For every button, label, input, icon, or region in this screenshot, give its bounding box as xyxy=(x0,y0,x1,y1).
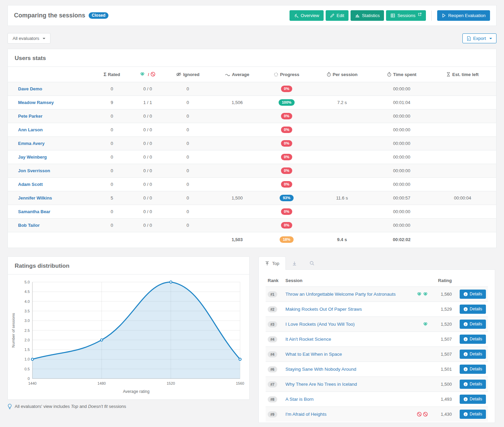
per-session-value: 7.2 s xyxy=(310,96,374,109)
session-link[interactable]: Making Rockets Out Of Paper Straws xyxy=(285,307,362,312)
sessions-button[interactable]: Sessions xyxy=(386,10,426,21)
user-link[interactable]: Dave Demo xyxy=(18,86,42,91)
x-tick-label: 1480 xyxy=(98,381,106,385)
details-button[interactable]: i Details xyxy=(460,335,486,344)
col-average[interactable]: Average xyxy=(211,67,264,82)
gems-bans-value: 0 / 0 xyxy=(131,82,165,96)
list-item: #4 What to Eat When in Space 1,507 i Det… xyxy=(266,347,488,362)
details-button[interactable]: i Details xyxy=(460,290,486,299)
est-time-left-value xyxy=(429,219,496,232)
gems-bans-value: 0 / 0 xyxy=(131,191,165,205)
y-tick-label: 0 xyxy=(28,377,30,381)
user-link[interactable]: Jay Weinberg xyxy=(18,154,47,160)
top-sessions-panel: Top Rank Session Rating xyxy=(258,256,495,423)
col-time-spent[interactable]: Time spent xyxy=(374,67,429,82)
col-name xyxy=(8,67,93,82)
ignored-value: 0 xyxy=(165,219,211,232)
col-ignored[interactable]: Ignored xyxy=(165,67,211,82)
rated-value: 0 xyxy=(93,150,131,164)
user-link[interactable]: Ann Larson xyxy=(18,127,43,132)
tab-search[interactable] xyxy=(303,256,321,270)
reopen-evaluation-button[interactable]: Reopen Evaluation xyxy=(437,10,490,21)
details-button[interactable]: i Details xyxy=(460,365,486,374)
sigma-icon: Σ xyxy=(104,72,106,77)
details-button[interactable]: i Details xyxy=(460,305,486,314)
rated-value: 0 xyxy=(93,205,131,219)
rated-value: 0 xyxy=(93,164,131,178)
ratings-distribution-panel: Ratings distribution 00.51.01.52.02.53.0… xyxy=(8,256,250,400)
gems-bans-value: 0 / 0 xyxy=(131,109,165,123)
est-time-left-value xyxy=(429,150,496,164)
user-link[interactable]: Emma Avery xyxy=(18,141,45,146)
col-per-session[interactable]: Per session xyxy=(310,67,374,82)
x-tick-label: 1520 xyxy=(167,381,175,385)
table-row: Jennifer Wilkins 5 0 / 0 0 1,500 93% 11.… xyxy=(8,191,496,205)
details-button[interactable]: i Details xyxy=(460,320,486,329)
session-link[interactable]: Why There Are No Trees in Iceland xyxy=(285,382,357,387)
tab-bottom[interactable] xyxy=(286,256,303,270)
details-button[interactable]: i Details xyxy=(460,380,486,389)
average-value: 1,506 xyxy=(211,96,264,109)
est-time-left-value xyxy=(429,123,496,137)
hourglass-icon xyxy=(446,72,450,77)
table-row: Bob Tailor 0 0 / 0 0 0% 00:00:00 xyxy=(8,219,496,232)
details-label: Details xyxy=(470,291,482,297)
rated-value: 9 xyxy=(93,96,131,109)
session-link[interactable]: Throw an Unforgettable Welcome Party for… xyxy=(285,292,396,297)
details-button[interactable]: i Details xyxy=(460,350,486,359)
tab-top[interactable]: Top xyxy=(258,256,286,270)
overview-button[interactable]: Overview xyxy=(290,10,324,21)
session-link[interactable]: I'm Afraid of Heights xyxy=(285,412,326,417)
gem-icon xyxy=(423,292,428,297)
table-row: Dave Demo 0 0 / 0 0 0% 00:00:00 xyxy=(8,82,496,96)
progress-badge: 0% xyxy=(281,140,293,147)
est-time-left-value xyxy=(429,178,496,191)
svg-text:x: x xyxy=(468,38,470,40)
statistics-button[interactable]: Statistics xyxy=(351,10,384,21)
gem-icon xyxy=(423,322,428,327)
rank-badge: #8 xyxy=(268,396,277,402)
info-icon: i xyxy=(463,352,468,356)
chart-point xyxy=(101,339,103,341)
export-dropdown-button[interactable]: x Export xyxy=(462,33,496,43)
edit-button[interactable]: Edit xyxy=(326,10,349,21)
col-est-time-left[interactable]: Est. time left xyxy=(429,67,496,82)
table-row: Emma Avery 0 0 / 0 0 0% 00:00:00 xyxy=(8,137,496,150)
session-icons xyxy=(405,287,430,302)
session-link[interactable]: A Star is Born xyxy=(285,397,314,402)
per-session-value xyxy=(310,219,374,232)
session-icons xyxy=(405,347,430,362)
user-link[interactable]: Jon Sverrisson xyxy=(18,168,50,173)
user-link[interactable]: Samantha Bear xyxy=(18,209,50,214)
rated-value: 0 xyxy=(93,82,131,96)
external-link-icon xyxy=(418,13,421,16)
statistics-label: Statistics xyxy=(362,13,380,18)
session-link[interactable]: I Love Rockets (And You Will Too) xyxy=(285,322,355,327)
stopwatch-icon xyxy=(327,72,331,77)
y-tick-label: 4.5 xyxy=(25,290,30,294)
table-row: Jon Sverrisson 0 0 / 0 0 0% 00:00:00 xyxy=(8,164,496,178)
user-link[interactable]: Jennifer Wilkins xyxy=(18,195,52,201)
rated-value: 0 xyxy=(93,219,131,232)
rank-badge: #7 xyxy=(268,381,277,387)
details-button[interactable]: i Details xyxy=(460,410,486,419)
ban-icon xyxy=(417,412,422,417)
col-progress[interactable]: Progress xyxy=(264,67,310,82)
user-link[interactable]: Pete Parker xyxy=(18,114,43,119)
bar-chart-icon xyxy=(355,13,360,18)
session-link[interactable]: What to Eat When in Space xyxy=(285,352,342,357)
user-link[interactable]: Adam Scott xyxy=(18,182,43,187)
details-button[interactable]: i Details xyxy=(460,395,486,404)
user-link[interactable]: Bob Tailor xyxy=(18,223,40,228)
info-icon: i xyxy=(463,397,468,401)
session-link[interactable]: Staying Sane With Nobody Around xyxy=(285,367,356,372)
session-link[interactable]: It Ain't Rocket Science xyxy=(285,337,331,342)
col-gems-bans[interactable]: / xyxy=(131,67,165,82)
col-rated[interactable]: ΣRated xyxy=(93,67,131,82)
col-actions xyxy=(454,275,488,287)
user-link[interactable]: Meadow Ramsey xyxy=(18,100,54,105)
evaluators-filter-dropdown[interactable]: All evaluators xyxy=(8,33,50,44)
per-session-value xyxy=(310,205,374,219)
table-row: Ann Larson 0 0 / 0 0 0% 00:00:00 xyxy=(8,123,496,137)
details-label: Details xyxy=(470,381,482,387)
